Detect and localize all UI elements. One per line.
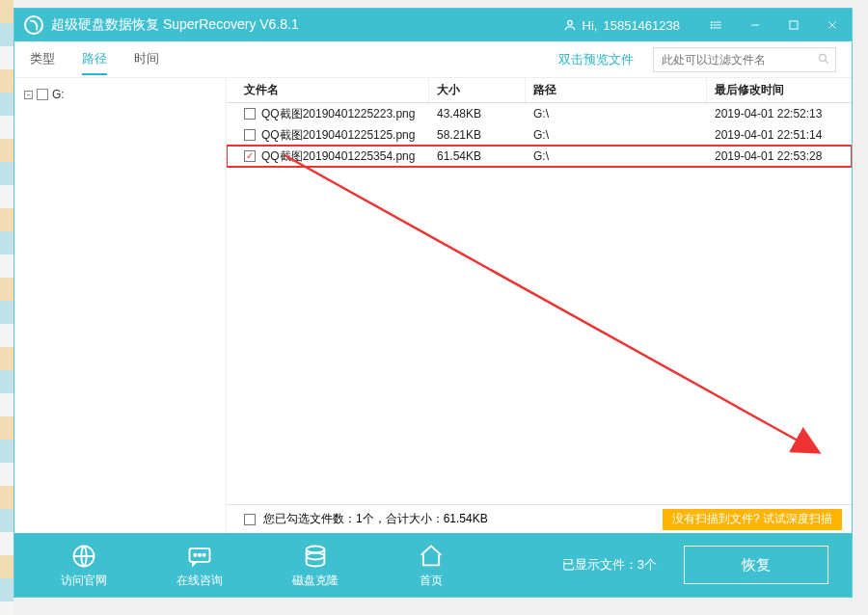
selection-summary: 您已勾选文件数：1个，合计大小：61.54KB bbox=[263, 511, 488, 527]
svg-point-18 bbox=[203, 553, 205, 555]
svg-point-5 bbox=[711, 24, 712, 25]
chat-icon bbox=[185, 542, 214, 571]
svg-line-12 bbox=[826, 60, 828, 63]
svg-point-6 bbox=[711, 27, 712, 28]
app-title: 超级硬盘数据恢复 SuperRecovery V6.8.1 bbox=[51, 16, 299, 34]
globe-icon bbox=[69, 542, 98, 571]
select-all-checkbox[interactable] bbox=[244, 514, 256, 525]
sidebar: - G: bbox=[14, 78, 227, 533]
file-size: 43.48KB bbox=[429, 107, 526, 120]
svg-point-4 bbox=[711, 22, 712, 23]
file-path: G:\ bbox=[526, 128, 707, 142]
statusbar: 您已勾选文件数：1个，合计大小：61.54KB 没有扫描到文件? 试试深度扫描 bbox=[227, 504, 852, 533]
table-row[interactable]: QQ截图20190401225223.png43.48KBG:\2019-04-… bbox=[227, 103, 852, 124]
menu-button[interactable] bbox=[697, 9, 736, 41]
col-name[interactable]: 文件名 bbox=[227, 78, 429, 102]
tab-type[interactable]: 类型 bbox=[30, 44, 55, 75]
user-area[interactable]: Hi,15851461238 bbox=[563, 18, 680, 33]
window-controls bbox=[697, 9, 852, 41]
user-prefix: Hi, bbox=[583, 18, 598, 33]
footer-home-button[interactable]: 首页 bbox=[373, 542, 489, 589]
svg-point-16 bbox=[194, 553, 196, 555]
shown-count: 已显示文件：3个 bbox=[562, 556, 657, 574]
col-size[interactable]: 大小 bbox=[429, 78, 526, 102]
minimize-button[interactable] bbox=[736, 9, 774, 41]
file-name: QQ截图20190401225223.png bbox=[261, 106, 415, 122]
svg-point-19 bbox=[307, 546, 325, 552]
svg-rect-8 bbox=[790, 21, 798, 29]
table-row[interactable]: QQ截图20190401225354.png61.54KBG:\2019-04-… bbox=[227, 146, 852, 167]
deep-scan-button[interactable]: 没有扫描到文件? 试试深度扫描 bbox=[663, 509, 842, 530]
column-headers: 文件名 大小 路径 最后修改时间 bbox=[227, 78, 852, 103]
svg-point-11 bbox=[819, 54, 826, 61]
file-path: G:\ bbox=[526, 107, 707, 120]
app-window: 超级硬盘数据恢复 SuperRecovery V6.8.1 Hi,1585146… bbox=[14, 8, 853, 598]
search-input[interactable] bbox=[653, 47, 836, 72]
recover-button[interactable]: 恢复 bbox=[684, 546, 828, 584]
user-id: 15851461238 bbox=[603, 18, 680, 33]
footer-home-label: 首页 bbox=[420, 573, 443, 589]
svg-line-13 bbox=[285, 155, 815, 450]
maximize-button[interactable] bbox=[774, 9, 813, 41]
home-icon bbox=[417, 542, 446, 571]
footer-clone-button[interactable]: 磁盘克隆 bbox=[258, 542, 373, 589]
svg-point-20 bbox=[307, 552, 325, 559]
disk-icon bbox=[301, 542, 330, 571]
row-checkbox[interactable] bbox=[244, 129, 256, 141]
search-icon bbox=[817, 52, 830, 66]
file-mtime: 2019-04-01 22:52:13 bbox=[707, 107, 852, 120]
tree-root[interactable]: - G: bbox=[24, 86, 216, 103]
row-checkbox[interactable] bbox=[244, 108, 256, 120]
toolbar: 类型 路径 时间 双击预览文件 bbox=[14, 41, 852, 78]
svg-point-17 bbox=[199, 553, 201, 555]
file-rows: QQ截图20190401225223.png43.48KBG:\2019-04-… bbox=[227, 103, 852, 504]
col-time[interactable]: 最后修改时间 bbox=[707, 78, 852, 102]
tree-expander-icon[interactable]: - bbox=[24, 91, 33, 99]
footer-site-button[interactable]: 访问官网 bbox=[26, 542, 142, 589]
tab-path[interactable]: 路径 bbox=[82, 44, 107, 75]
file-size: 61.54KB bbox=[429, 149, 526, 163]
footer: 访问官网 在线咨询 磁盘克隆 首页 已显示文件：3个 恢复 bbox=[14, 533, 852, 597]
tree-root-label: G: bbox=[52, 88, 65, 101]
tab-time[interactable]: 时间 bbox=[134, 44, 159, 75]
footer-chat-label: 在线咨询 bbox=[176, 573, 223, 589]
decorative-edge bbox=[0, 0, 14, 615]
file-name: QQ截图20190401225354.png bbox=[261, 148, 415, 165]
file-mtime: 2019-04-01 22:51:14 bbox=[707, 128, 852, 142]
titlebar[interactable]: 超级硬盘数据恢复 SuperRecovery V6.8.1 Hi,1585146… bbox=[14, 9, 852, 41]
footer-site-label: 访问官网 bbox=[61, 573, 107, 589]
user-icon bbox=[563, 18, 577, 32]
close-button[interactable] bbox=[813, 9, 852, 41]
file-mtime: 2019-04-01 22:53:28 bbox=[707, 149, 852, 163]
col-path[interactable]: 路径 bbox=[526, 78, 707, 102]
svg-point-0 bbox=[567, 20, 572, 25]
app-logo-icon bbox=[24, 15, 43, 35]
footer-chat-button[interactable]: 在线咨询 bbox=[142, 542, 258, 589]
footer-clone-label: 磁盘克隆 bbox=[292, 573, 339, 589]
file-path: G:\ bbox=[526, 149, 707, 163]
preview-hint[interactable]: 双击预览文件 bbox=[558, 51, 634, 68]
body: - G: 文件名 大小 路径 最后修改时间 QQ截图20190401225223… bbox=[14, 78, 852, 533]
file-name: QQ截图20190401225125.png bbox=[261, 127, 415, 144]
filter-tabs: 类型 路径 时间 bbox=[30, 44, 159, 75]
search-box bbox=[653, 47, 836, 72]
file-panel: 文件名 大小 路径 最后修改时间 QQ截图20190401225223.png4… bbox=[227, 78, 852, 533]
table-row[interactable]: QQ截图20190401225125.png58.21KBG:\2019-04-… bbox=[227, 124, 852, 146]
file-size: 58.21KB bbox=[429, 128, 526, 142]
tree-checkbox[interactable] bbox=[37, 89, 48, 100]
row-checkbox[interactable] bbox=[244, 150, 256, 162]
